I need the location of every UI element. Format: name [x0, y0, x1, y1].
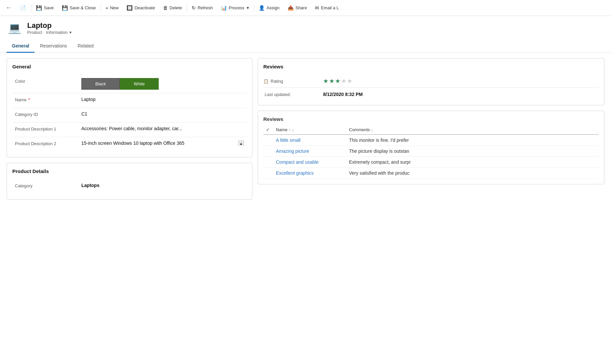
name-sort-desc[interactable]: ↓ [292, 128, 294, 132]
new-button[interactable]: + New [101, 0, 123, 16]
divider-2 [100, 4, 101, 12]
tab-bar: General Reservations Related [0, 40, 611, 53]
color-white-button[interactable]: White [120, 78, 159, 90]
name-col-label: Name [276, 127, 288, 132]
tab-related[interactable]: Related [72, 40, 99, 53]
review-row-2: Compact and usable Extremely compact, an… [263, 157, 599, 168]
star-3: ★ [335, 77, 340, 85]
product-desc1-value: Accessories: Power cable, monitor adapte… [81, 126, 244, 131]
star-2: ★ [329, 77, 334, 85]
refresh-button[interactable]: ↻ Refresh [188, 0, 217, 16]
toolbar: ← 📄 💾 Save 💾 Save & Close + New 🔲 Deacti… [0, 0, 611, 16]
review-name-2[interactable]: Compact and usable [276, 159, 349, 165]
name-value: Laptop [81, 97, 244, 102]
checkmark-icon: ✓ [266, 127, 270, 132]
breadcrumb-current: Information [46, 30, 67, 35]
left-column: General Color Black White Name * Laptop [7, 58, 252, 352]
share-icon: 📤 [288, 5, 294, 11]
header-check: ✓ [266, 127, 276, 132]
star-rating: ★ ★ ★ ★ ★ [323, 77, 352, 85]
name-required: * [28, 97, 30, 102]
category-id-row: Category ID C1 [12, 108, 247, 123]
delete-label: Delete [170, 5, 182, 10]
deactivate-icon: 🔲 [127, 5, 133, 11]
product-desc2-row: Product Description 2 15-inch screen Win… [12, 137, 247, 152]
title-group: Laptop Product · Information ▾ [27, 21, 72, 35]
deactivate-button[interactable]: 🔲 Deactivate [123, 0, 159, 16]
color-row: Color Black White [12, 75, 247, 93]
review-comment-1: The picture display is outstan [349, 148, 596, 154]
color-button-group: Black White [81, 78, 244, 90]
tab-reservations[interactable]: Reservations [35, 40, 72, 53]
process-dropdown-icon[interactable]: ▾ [247, 5, 249, 10]
tab-general[interactable]: General [7, 40, 35, 53]
updated-value: 8/12/2020 8:32 PM [323, 92, 363, 97]
review-name-3[interactable]: Excellent graphics [276, 170, 349, 176]
breadcrumb-dropdown-button[interactable]: ▾ [69, 30, 72, 35]
share-label: Share [296, 5, 307, 10]
header-comments-col: Comments ↓ [349, 127, 596, 132]
product-desc2-container: 15-inch screen Windows 10 laptop with Of… [81, 140, 244, 146]
page-title: Laptop [27, 21, 72, 30]
assign-button[interactable]: 👤 Assign [255, 0, 284, 16]
breadcrumb-separator: · [44, 30, 45, 35]
updated-label: Last updated: [263, 92, 323, 97]
back-button[interactable]: ← [3, 2, 15, 14]
delete-button[interactable]: 🗑 Delete [159, 0, 186, 16]
product-details-card: Product Details Category Laptops [7, 163, 252, 200]
reviews-summary-title: Reviews [263, 64, 599, 69]
reviews-table-card: Reviews ✓ Name ↑ ↓ Comments ↓ A l [258, 111, 604, 184]
email-button[interactable]: ✉ Email a L [311, 0, 343, 16]
comments-sort-desc[interactable]: ↓ [371, 128, 373, 132]
product-desc1-row: Product Description 1 Accessories: Power… [12, 123, 247, 137]
color-black-button[interactable]: Black [81, 78, 120, 90]
breadcrumb: Product · Information ▾ [27, 30, 72, 35]
review-comment-3: Very satisfied with the produc [349, 170, 596, 176]
review-comment-2: Extremely compact, and surpr [349, 159, 596, 165]
reviews-table-header: ✓ Name ↑ ↓ Comments ↓ [263, 125, 599, 135]
assign-icon: 👤 [259, 5, 265, 11]
refresh-label: Refresh [198, 5, 213, 10]
save-close-button[interactable]: 💾 Save & Close [58, 0, 100, 16]
breadcrumb-root[interactable]: Product [27, 30, 42, 35]
email-icon: ✉ [315, 5, 319, 11]
category-value: Laptops [81, 183, 244, 188]
rating-row: 📋 Rating ★ ★ ★ ★ ★ [263, 75, 599, 88]
product-desc2-label: Product Description 2 [15, 140, 81, 146]
category-label: Category [15, 183, 81, 188]
new-label: New [110, 5, 119, 10]
reviews-summary-card: Reviews 📋 Rating ★ ★ ★ ★ ★ Last updated:… [258, 58, 604, 105]
name-sort-asc[interactable]: ↑ [289, 128, 291, 132]
category-row: Category Laptops [12, 179, 247, 194]
share-button[interactable]: 📤 Share [284, 0, 311, 16]
comments-col-label: Comments [349, 127, 370, 132]
divider-3 [187, 4, 187, 12]
last-updated-row: Last updated: 8/12/2020 8:32 PM [263, 89, 599, 100]
color-value: Black White [81, 78, 244, 90]
scroll-arrows: ▲ ▼ [238, 140, 244, 146]
main-content: General Color Black White Name * Laptop [0, 53, 611, 357]
review-row-1: Amazing picture The picture display is o… [263, 146, 599, 157]
name-label: Name * [15, 97, 81, 102]
divider-4 [254, 4, 254, 12]
deactivate-label: Deactivate [134, 5, 155, 10]
review-name-0[interactable]: A little small [276, 137, 349, 143]
product-details-title: Product Details [12, 168, 247, 174]
record-icon: 📄 [20, 5, 26, 11]
save-button[interactable]: 💾 Save [32, 0, 58, 16]
delete-icon: 🗑 [163, 5, 168, 11]
product-desc1-label: Product Description 1 [15, 126, 81, 132]
category-id-value: C1 [81, 111, 244, 117]
refresh-icon: ↻ [192, 5, 196, 11]
review-row-0: A little small This monitor is fine. I'd… [263, 135, 599, 146]
record-icon-button[interactable]: 📄 [16, 0, 30, 16]
review-name-1[interactable]: Amazing picture [276, 148, 349, 154]
scroll-up-arrow[interactable]: ▲ [238, 140, 244, 146]
process-button[interactable]: 📊 Process ▾ [217, 0, 253, 16]
rating-icon: 📋 [263, 79, 269, 84]
review-comment-0: This monitor is fine. I'd prefer [349, 137, 596, 143]
email-label: Email a L [321, 5, 339, 10]
color-label: Color [15, 78, 81, 84]
save-label: Save [44, 5, 54, 10]
process-label: Process [229, 5, 244, 10]
